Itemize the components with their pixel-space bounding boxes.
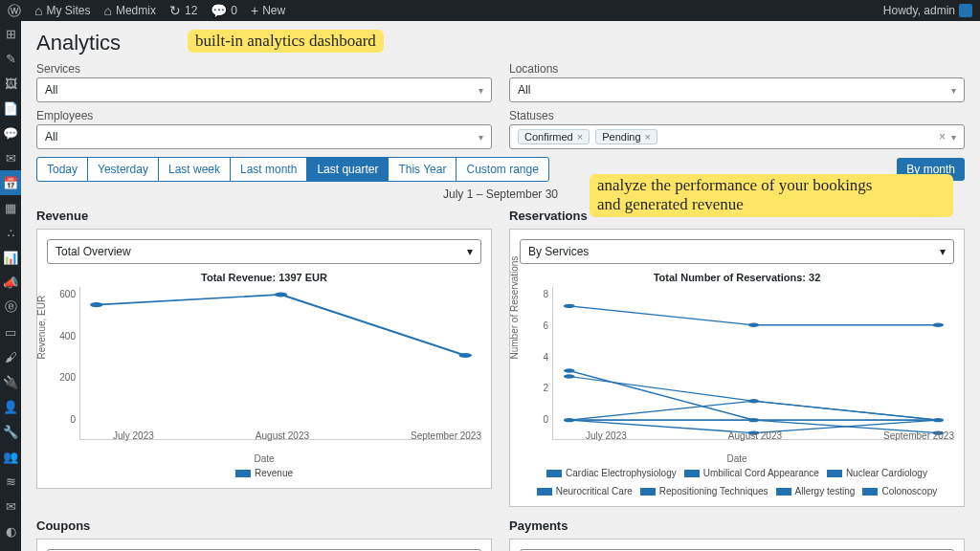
statuses-label: Statuses [509, 109, 554, 122]
menu-tools[interactable]: 🔧 [0, 419, 21, 444]
menu-settings1[interactable]: ≋ [0, 469, 21, 494]
menu-posts[interactable]: ✎ [0, 46, 21, 71]
menu-media[interactable]: 🖼 [0, 71, 21, 96]
revenue-panel: Revenue Total Overview▾ Total Revenue: 1… [36, 209, 492, 507]
menu-users[interactable]: 👤 [0, 394, 21, 419]
range-last-month[interactable]: Last month [230, 157, 307, 182]
range-this-year[interactable]: This Year [388, 157, 457, 182]
reservations-panel: Reservations By Services▾ Total Number o… [509, 209, 965, 507]
reservations-chart: Number of Reservations 8 6 4 2 0 [520, 287, 954, 440]
svg-point-1 [275, 292, 287, 297]
svg-point-4 [748, 323, 760, 327]
menu-mail[interactable]: ✉ [0, 145, 21, 170]
chevron-down-icon: ▾ [951, 85, 956, 96]
reservations-chart-title: Total Number of Reservations: 32 [520, 272, 954, 283]
by-month-button[interactable]: By month [897, 158, 965, 181]
menu-marketing[interactable]: 📣 [0, 270, 21, 295]
admin-side-menu: ⊞ ✎ 🖼 📄 💬 ✉ 📅 ▦ ⛬ 📊 📣 ⓔ ▭ 🖌 🔌 👤 🔧 👥 ≋ ✉ … [0, 21, 21, 551]
svg-point-6 [564, 374, 575, 378]
coupons-panel: Coupons Total Number of Coupons Used▾ To… [36, 518, 492, 551]
svg-point-10 [564, 418, 575, 422]
svg-point-5 [932, 323, 944, 327]
chevron-down-icon: ▾ [479, 132, 483, 143]
services-label: Services [36, 62, 80, 76]
statuses-select[interactable]: Confirmed× Pending× × ▾ [509, 124, 965, 149]
my-sites-link[interactable]: ⌂My Sites [34, 4, 90, 17]
chevron-down-icon: ▾ [467, 245, 473, 258]
page-title: Analytics [36, 31, 965, 55]
services-select[interactable]: All▾ [36, 77, 492, 102]
svg-point-2 [459, 353, 472, 358]
chevron-down-icon: ▾ [479, 85, 483, 96]
employees-select[interactable]: All▾ [36, 124, 492, 149]
menu-collapse[interactable]: ◐ [0, 518, 21, 543]
menu-elementor[interactable]: ⓔ [0, 295, 21, 320]
wp-adminbar: ⓦ ⌂My Sites ⌂Medmix ↻12 💬0 +New Howdy, a… [0, 0, 980, 21]
reservations-dropdown[interactable]: By Services▾ [520, 239, 954, 264]
clear-statuses-icon[interactable]: × [939, 130, 946, 143]
svg-point-7 [748, 399, 760, 403]
range-last-quarter[interactable]: Last quarter [306, 157, 389, 182]
svg-point-8 [932, 418, 944, 422]
menu-pages[interactable]: 📄 [0, 96, 21, 121]
menu-extra2[interactable]: ⛬ [0, 220, 21, 245]
menu-bookings[interactable]: 📅 [0, 170, 21, 195]
comments-link[interactable]: 💬0 [211, 4, 237, 17]
range-custom[interactable]: Custom range [456, 157, 548, 182]
updates-link[interactable]: ↻12 [169, 4, 197, 17]
locations-label: Locations [509, 62, 558, 76]
range-yesterday[interactable]: Yesterday [87, 157, 159, 182]
locations-select[interactable]: All▾ [509, 77, 965, 102]
svg-point-3 [564, 304, 575, 308]
menu-network[interactable]: 👥 [0, 444, 21, 469]
revenue-heading: Revenue [36, 209, 492, 223]
avatar [959, 4, 972, 17]
menu-analytics[interactable]: 📊 [0, 245, 21, 270]
coupons-heading: Coupons [36, 518, 492, 533]
date-summary: July 1 – September 30 [36, 187, 965, 201]
svg-point-0 [90, 302, 102, 307]
date-range-group: Today Yesterday Last week Last month Las… [36, 157, 549, 182]
chevron-down-icon: ▾ [951, 132, 956, 143]
status-tag-confirmed[interactable]: Confirmed× [518, 129, 590, 144]
employees-label: Employees [36, 109, 93, 122]
remove-tag-icon[interactable]: × [645, 131, 651, 143]
menu-templates[interactable]: ▭ [0, 320, 21, 344]
menu-dashboard[interactable]: ⊞ [0, 21, 21, 46]
svg-point-9 [564, 368, 575, 372]
payments-heading: Payments [509, 518, 965, 533]
menu-comments[interactable]: 💬 [0, 121, 21, 145]
revenue-dropdown[interactable]: Total Overview▾ [47, 239, 481, 264]
howdy-link[interactable]: Howdy, admin [883, 4, 972, 17]
status-tag-pending[interactable]: Pending× [595, 129, 657, 144]
payments-panel: Payments Total Number of Payments▾ Total… [509, 518, 965, 551]
remove-tag-icon[interactable]: × [577, 131, 583, 143]
svg-point-11 [748, 418, 760, 422]
chevron-down-icon: ▾ [940, 245, 946, 258]
menu-extra1[interactable]: ▦ [0, 195, 21, 220]
range-today[interactable]: Today [36, 157, 88, 182]
revenue-chart: Revenue, EUR 600 400 200 0 [47, 287, 481, 440]
range-last-week[interactable]: Last week [158, 157, 231, 182]
site-name-link[interactable]: ⌂Medmix [103, 4, 155, 17]
reservations-legend: Cardiac Electrophysiology Umbilical Cord… [520, 468, 954, 496]
reservations-heading: Reservations [509, 209, 965, 223]
menu-appearance[interactable]: 🖌 [0, 344, 21, 369]
wp-logo[interactable]: ⓦ [8, 4, 21, 17]
revenue-chart-title: Total Revenue: 1397 EUR [47, 272, 481, 283]
menu-plugins[interactable]: 🔌 [0, 369, 21, 394]
menu-settings2[interactable]: ✉ [0, 494, 21, 518]
new-link[interactable]: +New [251, 4, 285, 17]
